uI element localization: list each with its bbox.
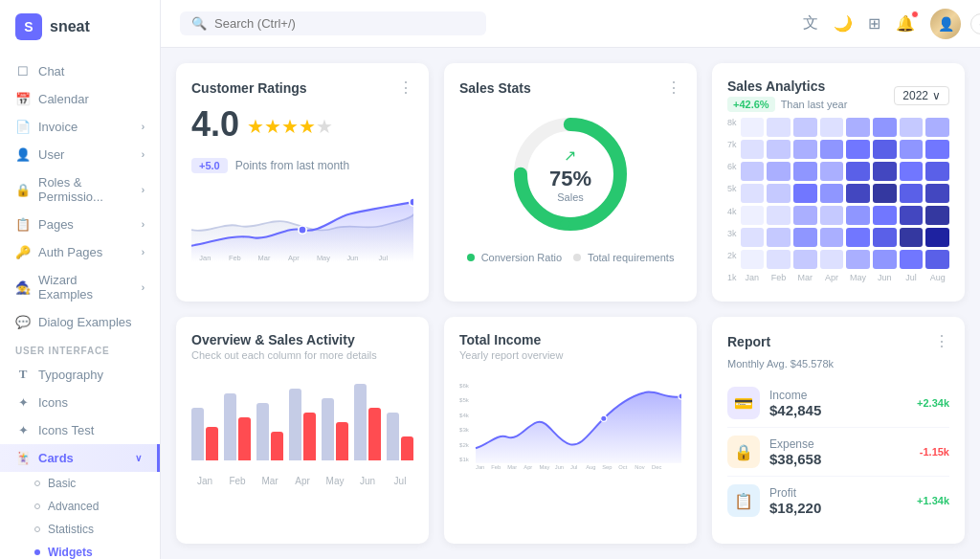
bar-group (322, 398, 348, 460)
chevron-icon: › (142, 149, 145, 160)
svg-text:Dec: Dec (652, 464, 661, 470)
sidebar-subitem-statistics[interactable]: Statistics (0, 518, 160, 541)
heatmap-cell (846, 140, 870, 159)
heatmap-area: 8k 7k 6k 5k 4k 3k 2k 1k Jan Feb Mar (727, 118, 949, 282)
chat-icon: ☐ (15, 64, 31, 78)
sidebar-item-dialog[interactable]: 💬 Dialog Examples (0, 308, 160, 336)
legend-dot-green (467, 254, 475, 261)
heatmap-cell (900, 184, 924, 203)
search-icon: 🔍 (191, 16, 207, 31)
heatmap-cell (767, 206, 791, 225)
sales-analytics-card: Sales Analytics +42.6% Than last year 20… (712, 63, 965, 302)
sidebar-item-label: Auth Pages (38, 245, 102, 259)
heatmap-cell (741, 140, 765, 159)
heatmap-cell (873, 140, 897, 159)
bar-group (289, 389, 316, 460)
card-header: Sales Stats ⋮ (459, 78, 681, 97)
svg-text:$6k: $6k (459, 382, 470, 389)
heatmap-cell (846, 228, 870, 247)
analytics-title-area: Sales Analytics +42.6% Than last year (727, 78, 847, 112)
card-title: Customer Ratings (191, 80, 307, 96)
sidebar-item-auth[interactable]: 🔑 Auth Pages › (0, 238, 160, 266)
sidebar-item-pages[interactable]: 📋 Pages › (0, 211, 160, 238)
legend-item-1: Conversion Ratio (467, 252, 562, 263)
sidebar-collapse-button[interactable]: ‹ (970, 13, 980, 34)
bar-gray (224, 393, 236, 460)
svg-text:Jul: Jul (570, 464, 577, 470)
bar-red (206, 427, 218, 460)
chevron-down-icon: ∨ (135, 453, 142, 463)
search-box[interactable]: 🔍 (180, 11, 486, 35)
svg-text:Aug: Aug (586, 464, 595, 470)
sidebar-item-label: Calendar (38, 92, 89, 106)
year-selector[interactable]: 2022 ∨ (894, 86, 949, 105)
heatmap-labels: Jan Feb Mar Apr May Jun Jul Aug (741, 273, 949, 282)
sidebar-item-chat[interactable]: ☐ Chat (0, 57, 160, 85)
heatmap-cell (793, 184, 817, 203)
bar-gray (191, 408, 204, 460)
donut-percent: 75% (549, 167, 591, 191)
overview-title-area: Overview & Sales Activity Check out each… (191, 332, 377, 361)
card-subtitle: Yearly report overview (459, 349, 563, 361)
sidebar-item-invoice[interactable]: 📄 Invoice › (0, 113, 160, 141)
expense-icon: 🔒 (727, 436, 760, 468)
chart-dot (299, 226, 306, 234)
avatar-image: 👤 (930, 9, 961, 39)
report-item-expense: 🔒 Expense $38,658 -1.15k (727, 428, 949, 477)
sidebar-item-label: Chat (38, 64, 64, 78)
heatmap-cell (767, 140, 791, 159)
sidebar-item-user[interactable]: 👤 User › (0, 141, 160, 168)
card-menu-button[interactable]: ⋮ (398, 78, 413, 97)
heatmap-cell (767, 228, 791, 247)
expense-info: Expense $38,658 (769, 437, 910, 467)
heatmap-cell (741, 250, 765, 269)
donut-container: ↗ 75% Sales Conversion Ratio Total requi… (459, 104, 681, 263)
bar-chart-labels: Jan Feb Mar Apr May Jun Jul (191, 476, 413, 486)
lock-icon: 🔒 (15, 183, 31, 197)
main-area: ‹ 🔍 文 🌙 ⊞ 🔔 👤 Customer Ratings ⋮ (161, 0, 980, 559)
sidebar-subitem-basic[interactable]: Basic (0, 472, 160, 495)
heatmap-cell (793, 140, 817, 159)
svg-point-16 (601, 415, 607, 421)
sidebar-subitem-advanced[interactable]: Advanced (0, 495, 160, 518)
total-income-card: Total Income Yearly report overview $6k … (444, 317, 697, 544)
sidebar-subitem-widgets[interactable]: Widgets (0, 541, 160, 559)
heatmap-cell (925, 162, 949, 181)
icons-icon: ✦ (15, 395, 31, 410)
sidebar-item-icons-test[interactable]: ✦ Icons Test (0, 416, 160, 444)
card-menu-button[interactable]: ⋮ (934, 332, 949, 350)
heatmap-y-labels: 8k 7k 6k 5k 4k 3k 2k 1k (727, 118, 737, 282)
svg-text:May: May (540, 464, 550, 470)
notification-icon[interactable]: 🔔 (896, 14, 915, 33)
pages-icon: 📋 (15, 217, 31, 232)
bar-group (191, 408, 218, 460)
sidebar-item-cards[interactable]: 🃏 Cards ∨ (0, 444, 160, 472)
income-change: +2.34k (917, 397, 949, 409)
sidebar-item-wizard[interactable]: 🧙 Wizard Examples › (0, 266, 160, 308)
svg-text:Feb: Feb (229, 254, 241, 262)
sidebar-item-roles[interactable]: 🔒 Roles & Permissio... › (0, 168, 160, 211)
dark-mode-icon[interactable]: 🌙 (834, 14, 853, 33)
card-menu-button[interactable]: ⋮ (666, 78, 681, 97)
card-header: Report ⋮ (727, 332, 949, 350)
heatmap-cell (793, 228, 817, 247)
card-title: Sales Stats (459, 80, 531, 96)
sidebar-item-icons[interactable]: ✦ Icons (0, 389, 160, 416)
content-area: Customer Ratings ⋮ 4.0 ★★★★★ +5.0 Points… (161, 48, 980, 559)
chevron-icon: › (142, 219, 145, 230)
svg-text:Nov: Nov (635, 464, 644, 470)
user-icon: 👤 (15, 147, 31, 162)
card-title: Overview & Sales Activity (191, 332, 355, 347)
subitem-label: Statistics (48, 523, 94, 536)
translate-icon[interactable]: 文 (803, 13, 818, 34)
avatar[interactable]: 👤 (930, 9, 961, 39)
svg-text:$1k: $1k (459, 456, 470, 462)
sidebar-item-label: User (38, 147, 64, 162)
sidebar-item-calendar[interactable]: 📅 Calendar (0, 85, 160, 113)
bar-group (354, 384, 381, 460)
heatmap-cell (900, 250, 924, 269)
grid-icon[interactable]: ⊞ (868, 14, 880, 33)
card-header: Overview & Sales Activity Check out each… (191, 332, 413, 361)
sidebar-item-typography[interactable]: T Typography (0, 360, 160, 389)
search-input[interactable] (214, 16, 475, 31)
